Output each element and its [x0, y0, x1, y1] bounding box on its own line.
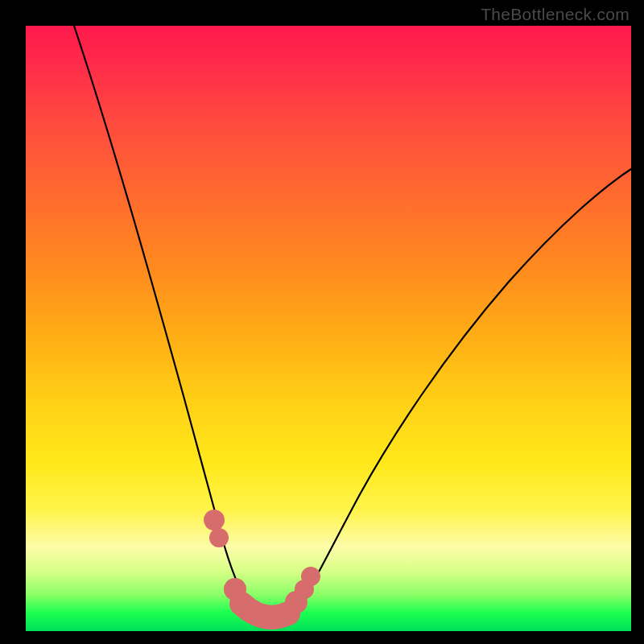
marker-point	[209, 528, 229, 547]
right-curve	[275, 169, 631, 620]
marker-point	[301, 567, 320, 586]
gradient-plot-area	[26, 26, 631, 631]
watermark-text: TheBottleneck.com	[481, 5, 630, 24]
left-curve	[74, 26, 275, 620]
marker-bar	[242, 604, 288, 617]
marker-group	[204, 510, 320, 617]
curve-layer	[26, 26, 631, 631]
marker-point	[204, 510, 225, 530]
